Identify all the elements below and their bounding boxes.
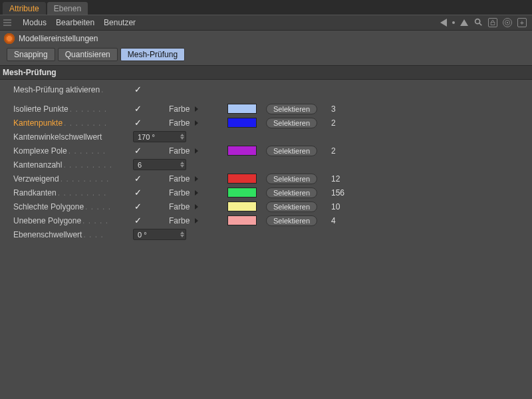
row-isolated: Isolierte Punkte . . . . . . . ✓ Farbe S… bbox=[4, 102, 528, 116]
row-edgepoints: Kantenpunkte . . . . . . . . ✓ Farbe Sel… bbox=[4, 116, 528, 130]
select-edgepoints[interactable]: Selektieren bbox=[266, 118, 317, 128]
label-badpoly: Schlechte Polygone bbox=[13, 202, 84, 211]
swatch-complex[interactable] bbox=[227, 146, 257, 156]
svg-point-4 bbox=[475, 19, 480, 23]
swatch-edgepoints[interactable] bbox=[227, 118, 257, 128]
checkbox-badpoly[interactable]: ✓ bbox=[133, 202, 142, 211]
menu-modus[interactable]: Modus bbox=[23, 18, 47, 27]
label-complex: Komplexe Pole bbox=[13, 146, 67, 156]
disclose-icon[interactable] bbox=[195, 106, 198, 112]
menu-bearbeiten[interactable]: Bearbeiten bbox=[56, 18, 94, 27]
select-boundary[interactable]: Selektieren bbox=[266, 188, 317, 198]
swatch-isolated[interactable] bbox=[227, 104, 257, 114]
row-nonplanar: Unebene Polygone . . . . . ✓ Farbe Selek… bbox=[4, 213, 528, 227]
spinner-down-icon[interactable] bbox=[180, 235, 184, 237]
select-complex[interactable]: Selektieren bbox=[266, 146, 317, 156]
gear-icon bbox=[4, 33, 15, 44]
target-icon[interactable] bbox=[503, 18, 512, 27]
settings-tabs: Snapping Quantisieren Mesh-Prüfung bbox=[0, 47, 532, 65]
label-boundary: Randkanten bbox=[13, 188, 57, 198]
panel-tabs: Attribute Ebenen bbox=[0, 0, 532, 15]
count-isolated: 3 bbox=[325, 104, 351, 114]
row-boundary: Randkanten . . . . . . . . . ✓ Farbe Sel… bbox=[4, 186, 528, 200]
select-nonplanar[interactable]: Selektieren bbox=[266, 215, 317, 226]
checkbox-boundary[interactable]: ✓ bbox=[133, 188, 142, 198]
checkbox-edgepoints[interactable]: ✓ bbox=[133, 118, 142, 128]
nav-dot-icon bbox=[452, 21, 455, 24]
nav-back-icon[interactable] bbox=[440, 19, 447, 27]
svg-point-8 bbox=[507, 22, 508, 23]
disclose-icon[interactable] bbox=[195, 204, 198, 209]
row-complex: Komplexe Pole . . . . . . . ✓ Farbe Sele… bbox=[4, 144, 528, 158]
svg-line-5 bbox=[479, 23, 482, 25]
spinner-up-icon[interactable] bbox=[180, 162, 184, 164]
select-badpoly[interactable]: Selektieren bbox=[266, 201, 317, 212]
count-edgepoints: 2 bbox=[325, 118, 351, 128]
spinner-down-icon[interactable] bbox=[180, 165, 184, 168]
swatch-branching[interactable] bbox=[227, 174, 257, 184]
menubar: Modus Bearbeiten Benutzer + bbox=[0, 15, 532, 31]
checkbox-branching[interactable]: ✓ bbox=[133, 174, 142, 184]
section-header: Mesh-Prüfung bbox=[0, 65, 532, 80]
tab-quantisieren[interactable]: Quantisieren bbox=[58, 48, 118, 61]
count-nonplanar: 4 bbox=[325, 216, 351, 225]
svg-rect-6 bbox=[491, 22, 495, 25]
swatch-boundary[interactable] bbox=[227, 188, 257, 198]
menu-benutzer[interactable]: Benutzer bbox=[104, 18, 136, 27]
input-edgecount[interactable]: 6 bbox=[133, 159, 186, 170]
count-badpoly: 10 bbox=[325, 202, 351, 211]
row-badpoly: Schlechte Polygone . . . . . ✓ Farbe Sel… bbox=[4, 200, 528, 213]
disclose-icon[interactable] bbox=[195, 176, 198, 182]
tab-snapping[interactable]: Snapping bbox=[7, 48, 55, 61]
disclose-icon[interactable] bbox=[195, 120, 198, 126]
spinner-down-icon[interactable] bbox=[180, 137, 184, 140]
label-isolated: Isolierte Punkte bbox=[13, 104, 68, 114]
label-edgepoints: Kantenpunkte bbox=[13, 118, 63, 128]
row-planethresh: Ebenenschwellwert . . . . 0 ° bbox=[4, 227, 528, 241]
checkbox-enable[interactable]: ✓ bbox=[133, 85, 142, 94]
nav-up-icon[interactable] bbox=[460, 19, 468, 26]
input-planethresh[interactable]: 0 ° bbox=[133, 229, 186, 240]
label-enable: Mesh-Prüfung aktivieren bbox=[13, 85, 100, 94]
row-edgecount: Kantenanzahl . . . . . . . . . 6 bbox=[4, 158, 528, 172]
settings-rows: Mesh-Prüfung aktivieren . ✓ Isolierte Pu… bbox=[0, 80, 532, 241]
swatch-badpoly[interactable] bbox=[227, 201, 257, 211]
disclose-icon[interactable] bbox=[195, 218, 198, 223]
input-edgeangle[interactable]: 170 ° bbox=[133, 131, 186, 142]
disclose-icon[interactable] bbox=[195, 190, 198, 196]
checkbox-nonplanar[interactable]: ✓ bbox=[133, 216, 142, 225]
search-icon[interactable] bbox=[473, 17, 483, 29]
label-nonplanar: Unebene Polygone bbox=[13, 216, 81, 225]
checkbox-isolated[interactable]: ✓ bbox=[133, 104, 142, 114]
label-edgeangle: Kantenwinkelschwellwert bbox=[13, 132, 102, 142]
label-planethresh: Ebenenschwellwert bbox=[13, 230, 82, 239]
checkbox-complex[interactable]: ✓ bbox=[133, 146, 142, 156]
count-complex: 2 bbox=[325, 146, 351, 156]
row-enable: Mesh-Prüfung aktivieren . ✓ bbox=[4, 82, 528, 96]
label-branching: Verzweigend bbox=[13, 174, 59, 184]
label-farbe: Farbe bbox=[169, 104, 190, 114]
label-edgecount: Kantenanzahl bbox=[13, 160, 62, 170]
lock-icon[interactable] bbox=[488, 18, 497, 27]
row-branching: Verzweigend . . . . . . . . . ✓ Farbe Se… bbox=[4, 172, 528, 186]
view-mode-icon[interactable] bbox=[3, 18, 12, 27]
disclose-icon[interactable] bbox=[195, 148, 198, 154]
panel-title-row: Modelliereinstellungen bbox=[0, 31, 532, 47]
spinner-up-icon[interactable] bbox=[180, 134, 184, 136]
select-branching[interactable]: Selektieren bbox=[266, 174, 317, 184]
tab-attribute[interactable]: Attribute bbox=[3, 2, 46, 15]
count-boundary: 156 bbox=[325, 188, 351, 198]
tab-mesh-pruefung[interactable]: Mesh-Prüfung bbox=[120, 48, 185, 61]
spinner-up-icon[interactable] bbox=[180, 231, 184, 234]
swatch-nonplanar[interactable] bbox=[227, 215, 257, 225]
select-isolated[interactable]: Selektieren bbox=[266, 104, 317, 114]
count-branching: 12 bbox=[325, 174, 351, 184]
new-element-icon[interactable]: + bbox=[517, 18, 527, 27]
panel-title: Modelliereinstellungen bbox=[19, 34, 98, 43]
row-edgeangle: Kantenwinkelschwellwert 170 ° bbox=[4, 130, 528, 144]
tab-ebenen[interactable]: Ebenen bbox=[47, 2, 88, 15]
